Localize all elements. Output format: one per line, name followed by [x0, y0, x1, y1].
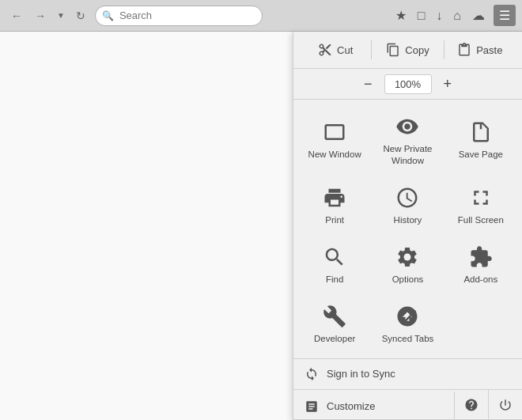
- find-item[interactable]: Find: [300, 236, 369, 293]
- page-area: [0, 32, 293, 420]
- full-screen-label: Full Screen: [458, 214, 504, 226]
- nav-buttons: ← → ▼ ↻: [6, 6, 90, 25]
- help-button[interactable]: [455, 390, 489, 420]
- paste-icon: [457, 43, 471, 57]
- toolbar-icons: ★ □ ↓ ⌂ ☁ ☰: [393, 5, 516, 26]
- save-page-icon: [469, 120, 493, 144]
- save-page-label: Save Page: [459, 149, 503, 161]
- zoom-out-button[interactable]: −: [352, 74, 384, 94]
- customize-button[interactable]: Customize: [293, 392, 455, 420]
- pocket-icon[interactable]: ☁: [470, 6, 487, 25]
- power-button[interactable]: [489, 390, 522, 420]
- menu-panel: Cut Copy Paste − 100%: [293, 32, 522, 420]
- paste-button[interactable]: Paste: [446, 38, 514, 62]
- sign-in-row[interactable]: Sign in to Sync: [293, 359, 522, 390]
- print-label: Print: [325, 214, 344, 226]
- edit-row: Cut Copy Paste: [293, 32, 522, 69]
- new-window-label: New Window: [308, 149, 361, 161]
- find-label: Find: [326, 274, 343, 286]
- options-icon: [395, 245, 419, 269]
- new-window-icon: [323, 120, 346, 144]
- developer-icon: [323, 305, 346, 328]
- add-ons-icon: [469, 245, 493, 269]
- search-input[interactable]: [95, 6, 263, 26]
- bookmark-star-icon[interactable]: ★: [393, 6, 409, 25]
- forward-button[interactable]: →: [30, 6, 51, 25]
- history-dropdown-button[interactable]: ▼: [54, 8, 68, 23]
- copy-button[interactable]: Copy: [373, 38, 441, 62]
- cut-button[interactable]: Cut: [301, 38, 369, 62]
- history-label: History: [394, 214, 422, 226]
- add-ons-item[interactable]: Add-ons: [446, 236, 516, 293]
- reload-button[interactable]: ↻: [71, 6, 90, 25]
- scissors-icon: [318, 43, 332, 57]
- content-area: Cut Copy Paste − 100%: [0, 32, 522, 420]
- synced-tabs-label: Synced Tabs: [382, 333, 434, 345]
- customize-icon: [304, 399, 319, 414]
- menu-grid: New Window New Private Window Save Page: [293, 100, 522, 359]
- full-screen-icon: [469, 186, 493, 210]
- customize-label: Customize: [327, 400, 375, 412]
- bottom-row: Customize: [293, 390, 522, 420]
- reader-view-icon[interactable]: □: [415, 6, 428, 25]
- options-label: Options: [392, 274, 424, 286]
- home-icon[interactable]: ⌂: [451, 6, 463, 25]
- copy-icon: [386, 43, 400, 57]
- full-screen-item[interactable]: Full Screen: [446, 177, 516, 233]
- developer-item[interactable]: Developer: [300, 296, 369, 352]
- new-private-window-item[interactable]: New Private Window: [373, 106, 442, 174]
- power-icon: [498, 398, 513, 412]
- search-wrapper: 🔍: [95, 6, 384, 26]
- new-window-item[interactable]: New Window: [300, 106, 369, 174]
- add-ons-label: Add-ons: [463, 274, 497, 286]
- edit-separator: [371, 40, 372, 59]
- save-page-item[interactable]: Save Page: [446, 106, 516, 174]
- history-item[interactable]: History: [373, 177, 442, 233]
- zoom-in-button[interactable]: +: [432, 74, 464, 94]
- zoom-row: − 100% +: [293, 69, 522, 100]
- options-item[interactable]: Options: [373, 236, 442, 293]
- sign-in-label: Sign in to Sync: [327, 368, 395, 380]
- sync-icon: [304, 367, 319, 381]
- help-icon: [464, 398, 478, 412]
- edit-separator-2: [444, 40, 444, 59]
- private-window-icon: [395, 115, 419, 138]
- zoom-value: 100%: [384, 74, 432, 94]
- find-icon: [323, 245, 346, 269]
- print-icon: [323, 186, 346, 210]
- new-private-window-label: New Private Window: [378, 143, 437, 167]
- print-item[interactable]: Print: [300, 177, 369, 233]
- synced-tabs-item[interactable]: Synced Tabs: [373, 296, 442, 352]
- browser-chrome: ← → ▼ ↻ 🔍 ★ □ ↓ ⌂ ☁ ☰: [0, 0, 522, 32]
- synced-tabs-icon: [395, 305, 419, 328]
- developer-label: Developer: [314, 333, 355, 345]
- download-icon[interactable]: ↓: [433, 6, 444, 25]
- menu-button[interactable]: ☰: [494, 5, 516, 26]
- back-button[interactable]: ←: [6, 6, 27, 25]
- history-icon: [395, 186, 419, 210]
